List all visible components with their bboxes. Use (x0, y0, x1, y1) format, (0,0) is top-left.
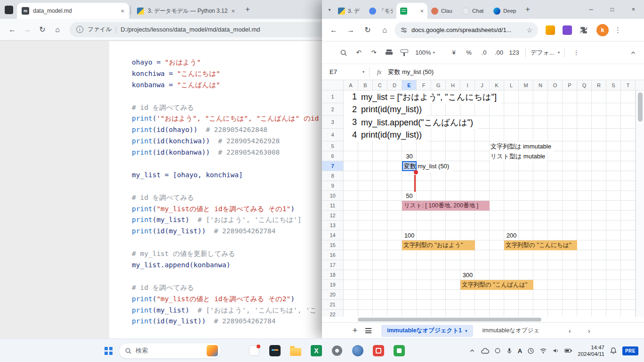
browser-tab[interactable]: Clau × (427, 3, 459, 19)
format-currency-button[interactable]: ¥ (446, 49, 461, 56)
new-tab-button[interactable]: + (525, 5, 530, 14)
sheet-nav-right-icon[interactable]: › (588, 327, 590, 335)
column-header[interactable]: Q (577, 80, 592, 90)
minimize-button[interactable]: ─ (580, 0, 602, 19)
row-header[interactable]: 11 (322, 201, 344, 211)
cell-string-konnichiwa[interactable]: 文字列型の "こんにちは" (504, 240, 577, 250)
column-header[interactable]: I (460, 80, 475, 90)
forward-button[interactable]: → (344, 26, 358, 34)
column-header[interactable]: K (490, 80, 504, 90)
row-header[interactable]: 13 (322, 221, 344, 230)
home-button[interactable]: ⌂ (378, 26, 392, 34)
tab-search-chevron-icon[interactable]: ▾ (325, 7, 334, 12)
search-icon[interactable] (336, 49, 351, 57)
cell-e7-overflow-text[interactable]: my_list (50) (417, 161, 451, 171)
security-shield-icon[interactable] (494, 347, 501, 354)
widget-weather-icon[interactable] (207, 345, 218, 356)
onedrive-cloud-icon[interactable] (481, 347, 489, 354)
row-header[interactable]: 4 (322, 129, 344, 141)
row-header[interactable]: 15 (322, 240, 344, 250)
select-all-corner[interactable] (322, 80, 344, 90)
taskbar-clock[interactable]: 14:47 2024/04/11 (578, 344, 604, 357)
column-header[interactable]: C (373, 80, 387, 90)
column-header[interactable]: F (417, 80, 431, 90)
sheet-code-row[interactable]: 2 print(id(my_list)) (344, 103, 427, 116)
settings-gear-icon[interactable] (330, 343, 345, 358)
column-header[interactable]: N (533, 80, 548, 90)
row-header[interactable]: 20 (322, 290, 344, 300)
window-app-icon[interactable] (5, 6, 13, 14)
forward-button[interactable]: → (21, 25, 34, 34)
sheet-code-row[interactable]: 3 my_list.append("こんばんは") (344, 116, 478, 129)
tab-close-icon[interactable]: × (121, 8, 124, 15)
row-header[interactable]: 14 (322, 230, 344, 240)
more-formats-button[interactable]: 123 (507, 49, 522, 56)
column-header[interactable]: H (446, 80, 460, 90)
row-header[interactable]: 6 (322, 151, 344, 161)
column-header[interactable]: M (519, 80, 533, 90)
profile-avatar[interactable]: k (596, 24, 609, 36)
taskbar-search[interactable]: 検索 (119, 343, 221, 359)
column-header[interactable]: G (431, 80, 446, 90)
column-header[interactable]: L (504, 80, 519, 90)
wifi-icon[interactable] (539, 348, 547, 354)
print-icon[interactable] (381, 49, 396, 56)
format-percent-button[interactable]: % (461, 49, 476, 56)
tray-expand-chevron-icon[interactable] (469, 347, 475, 354)
column-header[interactable]: E (402, 80, 417, 90)
row-header[interactable]: 17 (322, 260, 344, 270)
cell-value-50[interactable]: 50 (402, 191, 417, 201)
column-header[interactable]: O (548, 80, 563, 90)
browser-tab[interactable]: 「モデ × (365, 3, 396, 19)
clock-app-icon[interactable] (527, 347, 534, 354)
bookmark-star-icon[interactable]: ☆ (526, 26, 532, 34)
row-header[interactable]: 10 (322, 191, 344, 201)
cell-note-immutable[interactable]: 文字列型は immutable (490, 141, 553, 151)
green-app-icon[interactable] (392, 343, 407, 358)
cell-list-addresses[interactable]: リスト: [ 100番地, 200番地 ] (402, 201, 490, 211)
row-header[interactable]: 7 (322, 161, 344, 171)
name-box[interactable]: E7 ▾ (322, 68, 369, 75)
column-header[interactable]: P (563, 80, 577, 90)
back-button[interactable]: ← (6, 25, 19, 34)
excel-icon[interactable] (309, 343, 324, 358)
row-header[interactable]: 21 (322, 300, 344, 310)
column-header[interactable]: R (592, 80, 606, 90)
file-explorer-icon[interactable] (288, 343, 303, 358)
column-header[interactable]: S (606, 80, 621, 90)
row-header[interactable]: 19 (322, 280, 344, 290)
browser-tab[interactable]: Chat × (459, 3, 490, 19)
microphone-icon[interactable] (506, 347, 513, 354)
battery-icon[interactable] (564, 348, 572, 354)
tab-data-model-md[interactable]: data_model.md × (17, 3, 129, 19)
row-header[interactable]: 9 (322, 181, 344, 191)
cell-string-konbanwa[interactable]: 文字列型の "こんばんは" (460, 280, 533, 290)
cell-value-30[interactable]: 30 (402, 151, 417, 161)
blue-app-icon[interactable] (350, 343, 365, 358)
page-info-icon[interactable] (76, 26, 83, 33)
browser-tab[interactable]: × (396, 3, 427, 19)
close-button[interactable]: × (623, 0, 644, 19)
horizontal-scrollbar[interactable] (322, 317, 644, 322)
horizontal-scrollbar-thumb[interactable] (358, 318, 541, 321)
address-bar[interactable]: docs.google.com/spreadsheets/d/1... ☆ (394, 22, 538, 38)
column-header[interactable]: T (621, 80, 636, 90)
column-header[interactable]: B (358, 80, 373, 90)
notifications-bell-icon[interactable] (610, 347, 617, 354)
start-button[interactable] (105, 347, 113, 355)
sheet-code-row[interactable]: 1 my_list = ["おはよう", "こんにちは"] (344, 90, 501, 103)
cell-value-300[interactable]: 300 (460, 270, 475, 280)
sheet-code-row[interactable]: 4 print(id(my_list)) (344, 129, 427, 141)
reload-button[interactable]: ↻ (36, 25, 49, 34)
notification-app-icon[interactable] (247, 343, 262, 358)
cell-value-100[interactable]: 100 (402, 230, 417, 240)
collapse-toolbar-icon[interactable] (630, 49, 636, 56)
column-header[interactable]: D (387, 80, 402, 90)
extensions-puzzle-icon[interactable] (580, 26, 588, 34)
ime-mode-indicator[interactable]: A (518, 347, 522, 354)
sheet-tab-menu-icon[interactable]: ▾ (465, 329, 467, 333)
increase-decimal-button[interactable]: .00 (491, 49, 507, 56)
cell-note-mutable[interactable]: リスト型は mutable (490, 151, 547, 161)
tab-close-icon[interactable]: × (420, 8, 424, 15)
site-settings-icon[interactable] (400, 26, 408, 34)
